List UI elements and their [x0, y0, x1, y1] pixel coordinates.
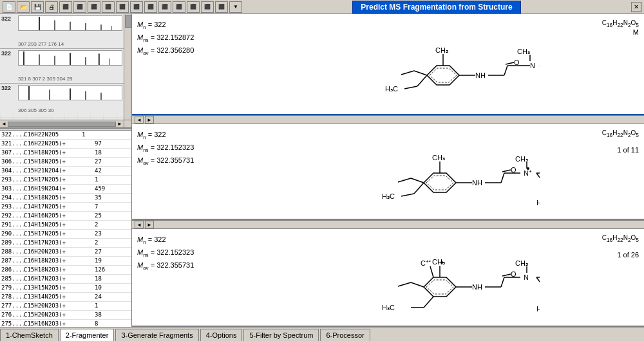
svg-marker-63 [424, 277, 456, 297]
list-item[interactable]: 292....C14H16N2O5(+25 [0, 212, 131, 221]
list-item[interactable]: 307....C15H18N2O5(+18 [0, 149, 131, 158]
tab-generate[interactable]: 3-Generate Fragments [115, 329, 198, 341]
scroll-right-1[interactable]: ► [145, 116, 154, 124]
icon11[interactable]: ⬛ [144, 1, 157, 13]
svg-text:N: N [524, 273, 529, 281]
list-item[interactable]: 286....C15H18N2O3(+126 [0, 266, 131, 275]
open-icon[interactable]: 📂 [17, 1, 30, 13]
icon6[interactable]: ⬛ [73, 1, 86, 13]
pane2-mav: Mav = 322.355731 [137, 155, 230, 168]
sketch-scrollbar-h[interactable]: ◄ ► [0, 120, 124, 127]
list-item[interactable]: 291....C14H15N2O5(+2 [0, 221, 131, 230]
svg-line-71 [424, 297, 433, 308]
data-rows: 322....C16H22N2O51321....C16H22N2O5(+973… [0, 131, 131, 327]
icon13[interactable]: ⬛ [173, 1, 185, 13]
pane2-molecule-svg: NH O N+ CH₃ OH HO C [263, 125, 540, 218]
new-icon[interactable]: 📄 [3, 1, 15, 13]
icon14[interactable]: ⬛ [187, 1, 200, 13]
pane3-mn: Mn = 322 [137, 234, 230, 247]
left-panel: 322 307 293 277 176 14 [0, 14, 132, 327]
ch3-1-label: CH₃ [517, 48, 530, 55]
list-item[interactable]: 275....C15H16N2O3(+8 [0, 320, 131, 327]
tab-chemsketch[interactable]: 1-ChemSketch [0, 329, 59, 341]
svg-line-38 [411, 178, 424, 183]
list-item[interactable]: 304....C15H21N2O4(+42 [0, 167, 131, 176]
list-item[interactable]: 322....C16H22N2O51 [0, 131, 131, 140]
icon16[interactable]: ⬛ [215, 1, 228, 13]
sketch-scrollbar-v[interactable] [124, 14, 131, 120]
list-item[interactable]: 289....C15H17N2O3(+2 [0, 239, 131, 248]
list-item[interactable]: 303....C16H19N2O4(+459 [0, 185, 131, 194]
o1-label: O [514, 59, 520, 66]
tab-filter[interactable]: 5-Filter by Spectrum [243, 329, 319, 341]
pane2-info: Mn = 322 Mmi = 322.152323 Mav = 322.3557… [132, 124, 235, 219]
pane1-info: Mn = 322 Mmi = 322.152872 Mav = 322.3562… [132, 14, 235, 114]
list-item[interactable]: 293....C14H17N2O5(+7 [0, 203, 131, 212]
svg-line-27 [506, 62, 514, 64]
icon8[interactable]: ⬛ [102, 1, 115, 13]
list-item[interactable]: 278....C13H14N2O5(+24 [0, 293, 131, 302]
svg-text:N+: N+ [524, 169, 532, 177]
icon10[interactable]: ⬛ [130, 1, 143, 13]
data-list[interactable]: 322....C16H22N2O51321....C16H22N2O5(+973… [0, 129, 131, 327]
save-icon[interactable]: 💾 [31, 1, 44, 13]
icon12[interactable]: ⬛ [158, 1, 171, 13]
svg-text:O: O [511, 166, 516, 174]
svg-text:HO: HO [536, 199, 540, 207]
list-item[interactable]: 287....C16H18N2O3(+19 [0, 257, 131, 266]
list-item[interactable]: 279....C13H15N2O5(+10 [0, 284, 131, 293]
tab-options[interactable]: 4-Options [200, 329, 243, 341]
svg-marker-64 [426, 280, 453, 294]
svg-line-41 [401, 194, 414, 196]
list-item[interactable]: 293....C15H17N2O5(+1 [0, 176, 131, 185]
scroll-left-2[interactable]: ◄ [135, 221, 144, 228]
strip2-label: 322 [1, 50, 11, 57]
tab-fragmenter[interactable]: 2-Fragmenter [60, 329, 115, 341]
pane2-mmi: Mmi = 322.152323 [137, 142, 230, 155]
strip1-spectrum [18, 15, 122, 31]
icon15[interactable]: ⬛ [201, 1, 214, 13]
svg-line-21 [401, 71, 414, 75]
data-list-header [0, 129, 131, 131]
scroll-right-2[interactable]: ► [145, 221, 154, 228]
icon9[interactable]: ⬛ [116, 1, 129, 13]
icon5[interactable]: ⬛ [59, 1, 72, 13]
strip3-label: 322 [1, 85, 11, 91]
list-item[interactable]: 321....C16H22N2O5(+97 [0, 140, 131, 149]
icon7[interactable]: ⬛ [88, 1, 100, 13]
structure-pane-1: Mn = 322 Mmi = 322.152872 Mav = 322.3562… [132, 14, 644, 115]
svg-line-23 [404, 86, 417, 89]
ch3-top-label: CH₃ [435, 46, 448, 54]
list-item[interactable]: 288....C16H20N2O3(+27 [0, 248, 131, 257]
pane2-mn: Mn = 322 [137, 129, 230, 142]
pane3-info: Mn = 322 Mmi = 322.152323 Mav = 322.3557… [132, 229, 235, 326]
window-title: Predict MS Fragmentation from Structure [352, 1, 520, 14]
pane3-mlabel [572, 243, 639, 251]
list-item[interactable]: 290....C15H17N2O5(+23 [0, 230, 131, 239]
list-item[interactable]: 285....C16H17N2O3(+18 [0, 275, 131, 284]
list-item[interactable]: 294....C15H18N2O5(+35 [0, 194, 131, 203]
strip2-sublabel: 321 8 307 2 305 304 29 [18, 76, 73, 82]
list-item[interactable]: 277....C15H20N2O3(+1 [0, 302, 131, 311]
scroll-corner [124, 120, 131, 127]
sketch-area: 322 307 293 277 176 14 [0, 14, 131, 129]
pane1-formula: C16H22N2O5 [572, 19, 639, 28]
dropdown-arrow[interactable]: ▼ [229, 1, 242, 13]
list-item[interactable]: 276....C15H20N2O3(+38 [0, 311, 131, 320]
list-item[interactable]: 306....C15H18N2O5(+27 [0, 158, 131, 167]
svg-line-20 [414, 71, 427, 75]
svg-line-22 [417, 75, 427, 86]
pane3-mav: Mav = 322.355731 [137, 260, 230, 273]
svg-line-77 [502, 274, 511, 276]
svg-text:CH₃: CH₃ [515, 259, 528, 267]
tab-processor[interactable]: 6-Processor [320, 329, 370, 341]
title-center: Predict MS Fragmentation from Structure [242, 1, 631, 14]
structure-pane-3: Mn = 322 Mmi = 322.152323 Mav = 322.3557… [132, 229, 644, 327]
strip2-spectrum [18, 50, 122, 66]
svg-text:HO: HO [536, 305, 540, 313]
svg-text:•: • [429, 258, 431, 264]
pane3-mmi: Mmi = 322.152323 [137, 247, 230, 260]
scroll-left-1[interactable]: ◄ [135, 116, 144, 124]
close-button[interactable]: ✕ [631, 2, 641, 12]
print-icon[interactable]: 🖨 [45, 1, 58, 13]
